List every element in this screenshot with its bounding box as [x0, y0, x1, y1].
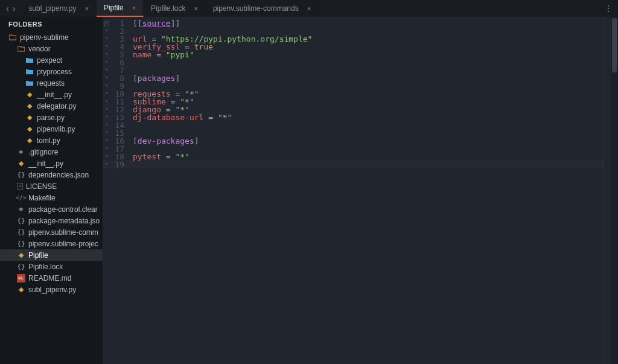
python-file-icon: ◆	[17, 159, 25, 168]
tree-item[interactable]: ✱package-control.clear	[0, 203, 103, 215]
tree-item[interactable]: ◆subl_pipenv.py	[0, 284, 103, 295]
code-line[interactable]	[133, 121, 604, 129]
folder-icon	[25, 79, 34, 88]
token-str: "pypi"	[166, 50, 194, 59]
tree-item[interactable]: ◆delegator.py	[0, 100, 103, 112]
text-file-icon: ≡	[17, 183, 23, 190]
tab-label: pipenv.sublime-commands	[213, 4, 299, 13]
close-icon[interactable]: ×	[85, 5, 89, 12]
python-file-icon: ◆	[25, 125, 34, 133]
folder-icon	[25, 68, 34, 76]
code-line[interactable]: dj-database-url = "*"	[133, 113, 604, 121]
sidebar-header: FOLDERS	[0, 17, 103, 31]
tree-item[interactable]: ◆parse.py	[0, 112, 103, 123]
tree-item[interactable]: requests	[0, 77, 103, 89]
overflow-menu-icon[interactable]: ⋮	[604, 4, 613, 13]
code-file-icon: </>	[17, 194, 25, 202]
tree-item-label: toml.py	[37, 136, 60, 145]
tree-item[interactable]: {}pipenv.sublime-projec	[0, 238, 103, 249]
code-line[interactable]	[133, 145, 604, 153]
code-line[interactable]: pytest = "*"	[133, 153, 604, 161]
sidebar: FOLDERS pipenv-sublimevendorpexpectptypr…	[0, 17, 103, 364]
tree-item[interactable]: {}pipenv.sublime-comm	[0, 226, 103, 238]
token-key: pytest	[133, 152, 161, 161]
python-file-icon: ◆	[17, 251, 25, 260]
code-line[interactable]: [packages]	[133, 74, 604, 82]
code-line[interactable]	[133, 82, 604, 90]
code-line[interactable]: sublime = "*"	[133, 98, 604, 106]
token-br: ]	[194, 136, 199, 145]
token-str: *	[180, 152, 185, 161]
tree-item-label: Makefile	[28, 194, 56, 202]
back-button[interactable]: ‹	[6, 4, 9, 13]
code-line[interactable]: [[source]]	[133, 19, 604, 27]
json-file-icon: {}	[17, 240, 25, 248]
tree-item[interactable]: ◆__init__.py	[0, 89, 103, 100]
close-icon[interactable]: ×	[307, 5, 311, 12]
json-file-icon: {}	[17, 171, 25, 179]
tree-item-label: parse.py	[37, 113, 65, 122]
code-line[interactable]	[133, 161, 604, 168]
minimap[interactable]	[604, 17, 611, 364]
tree-item[interactable]: ◆__init__.py	[0, 158, 103, 169]
tree-item[interactable]: </>Makefile	[0, 192, 103, 203]
token-eq: =	[161, 152, 175, 161]
tree-item-label: .gitignore	[28, 148, 58, 156]
tree-item[interactable]: M↓README.md	[0, 272, 103, 284]
close-icon[interactable]: ×	[132, 4, 136, 11]
tab-pipenv-sublime-commands[interactable]: pipenv.sublime-commands×	[206, 0, 319, 17]
code-editor[interactable]: [] ×1×2×3×4×5×6×7×8×9×10×11×12×13×14×15×…	[103, 17, 618, 364]
tree-item[interactable]: vendor	[0, 43, 103, 54]
python-file-icon: ◆	[25, 136, 34, 145]
tree-item[interactable]: {}Pipfile.lock	[0, 261, 103, 272]
tree-item[interactable]: ◆toml.py	[0, 135, 103, 146]
python-file-icon: ◆	[25, 113, 34, 122]
token-quo: "	[185, 152, 190, 161]
tree-item-label: package-metadata.jso	[28, 217, 100, 225]
tab-pipfile[interactable]: Pipfile×	[97, 0, 144, 17]
config-file-icon: ✱	[17, 148, 25, 156]
folder-icon	[25, 56, 34, 65]
tree-item-label: subl_pipenv.py	[28, 286, 76, 294]
tab-label: Pipfile.lock	[151, 4, 185, 13]
tree-item-label: Pipfile	[28, 251, 48, 260]
json-file-icon: {}	[17, 217, 25, 225]
token-sec: packages	[138, 74, 176, 83]
close-icon[interactable]: ×	[194, 5, 197, 12]
tab-pipfile-lock[interactable]: Pipfile.lock×	[144, 0, 206, 17]
token-str: *	[223, 113, 228, 122]
token-eq: =	[203, 113, 217, 122]
tree-item[interactable]: {}dependencies.json	[0, 169, 103, 180]
token-br: [	[133, 136, 138, 145]
tree-item[interactable]: {}package-metadata.jso	[0, 215, 103, 226]
tree-item[interactable]: pipenv-sublime	[0, 31, 103, 43]
code-line[interactable]: verify_ssl = true	[133, 43, 604, 51]
code-line[interactable]: requests = "*"	[133, 90, 604, 98]
code-line[interactable]	[133, 66, 604, 74]
code-area[interactable]: [[source]]url = "https://pypi.python.org…	[129, 17, 604, 364]
tree-item[interactable]: ≡LICENSE	[0, 180, 103, 192]
tree-item[interactable]: pexpect	[0, 54, 103, 66]
tree-item[interactable]: ✱.gitignore	[0, 146, 103, 158]
code-line[interactable]	[133, 129, 604, 137]
tab-subl-pipenv-py[interactable]: subl_pipenv.py×	[21, 0, 97, 17]
tree-item-label: Pipfile.lock	[28, 263, 63, 271]
tree-item[interactable]: ptyprocess	[0, 66, 103, 77]
scrollbar-thumb[interactable]	[612, 18, 617, 72]
vertical-scrollbar[interactable]	[611, 17, 618, 364]
token-quo: "	[218, 113, 223, 122]
json-file-icon: {}	[17, 263, 25, 271]
tree-item-label: pipenv.sublime-comm	[28, 228, 98, 237]
code-line[interactable]	[133, 59, 604, 66]
tree-item-label: pexpect	[37, 56, 62, 65]
code-line[interactable]: name = "pypi"	[133, 51, 604, 59]
python-file-icon: ◆	[17, 286, 25, 294]
tree-item[interactable]: ◆pipenvlib.py	[0, 123, 103, 135]
python-file-icon: ◆	[25, 91, 34, 99]
code-line[interactable]: [dev-packages]	[133, 137, 604, 145]
tab-bar: ‹ › subl_pipenv.py×Pipfile×Pipfile.lock×…	[0, 0, 618, 17]
forward-button[interactable]: ›	[13, 4, 16, 13]
tree-item[interactable]: ◆Pipfile	[0, 249, 103, 261]
token-key: dj-database-url	[133, 113, 203, 122]
config-file-icon: ✱	[17, 205, 25, 214]
